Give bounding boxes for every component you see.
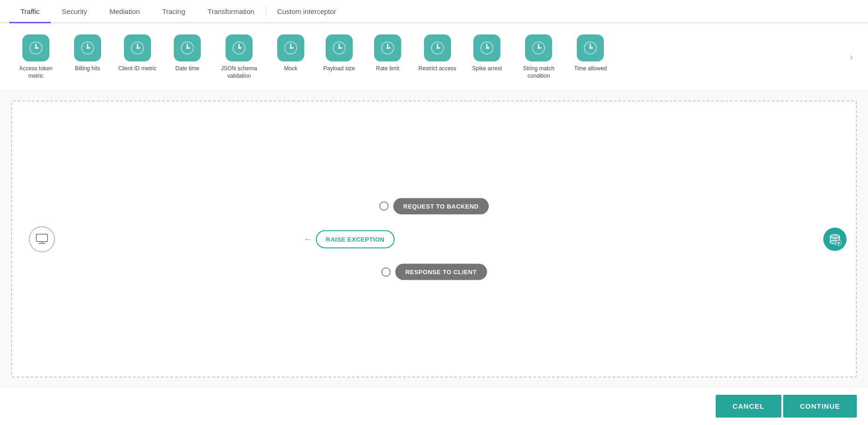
client-icon xyxy=(29,226,55,252)
policy-items: Access token metric Billing hits xyxy=(9,31,844,83)
policy-label-rate-limit: Rate limit xyxy=(376,65,399,73)
svg-point-13 xyxy=(338,47,340,49)
policy-date-time[interactable]: Date time xyxy=(164,31,211,83)
policy-icon-date-time xyxy=(174,34,201,61)
policy-payload-size[interactable]: Payload size xyxy=(316,31,362,83)
response-circle xyxy=(381,267,390,277)
backend-icon xyxy=(823,228,847,251)
svg-point-15 xyxy=(387,47,389,49)
bottom-bar: CANCEL CONTINUE xyxy=(0,387,868,425)
svg-point-23 xyxy=(589,47,591,49)
policy-label-billing-hits: Billing hits xyxy=(75,65,100,73)
policy-label-mock: Mock xyxy=(284,65,298,73)
svg-point-17 xyxy=(437,47,438,49)
raise-arrow-icon: ← xyxy=(304,234,312,244)
continue-button[interactable]: CONTINUE xyxy=(783,395,857,418)
response-label-box: RESPONSE TO CLIENT xyxy=(395,264,487,280)
policy-json-schema-validation[interactable]: JSON schema validation xyxy=(212,31,266,83)
tab-traffic[interactable]: Traffic xyxy=(9,0,51,23)
flow-label-response: RESPONSE TO CLIENT xyxy=(381,264,487,280)
policy-billing-hits[interactable]: Billing hits xyxy=(64,31,111,83)
flow-canvas: REQUEST TO BACKEND RESPONSE TO CLIENT ← … xyxy=(11,101,857,378)
tab-security[interactable]: Security xyxy=(51,0,98,23)
svg-point-7 xyxy=(186,47,188,49)
page-container: Traffic Security Mediation Tracing Trans… xyxy=(0,0,868,425)
tab-transformation[interactable]: Transformation xyxy=(197,0,266,23)
policy-label-payload-size: Payload size xyxy=(323,65,355,73)
policy-icon-spike-arrest xyxy=(473,34,500,61)
raise-exception: ← RAISE EXCEPTION xyxy=(304,230,395,248)
cancel-button[interactable]: CANCEL xyxy=(716,395,781,418)
policy-icon-rate-limit xyxy=(374,34,401,61)
policy-label-json-schema-validation: JSON schema validation xyxy=(218,65,260,80)
flow-label-request: REQUEST TO BACKEND xyxy=(379,198,489,214)
policy-icon-access-token-metric xyxy=(22,34,49,61)
policy-restrict-access[interactable]: Restrict access xyxy=(413,31,462,83)
strip-next-arrow[interactable]: › xyxy=(844,50,859,65)
policy-icon-billing-hits xyxy=(74,34,101,61)
policy-icon-client-id-metric xyxy=(124,34,151,61)
tabs-bar: Traffic Security Mediation Tracing Trans… xyxy=(0,0,868,23)
request-label-box: REQUEST TO BACKEND xyxy=(393,198,489,214)
policy-time-allowed[interactable]: Time allowed xyxy=(567,31,614,83)
policy-mock[interactable]: Mock xyxy=(267,31,314,83)
tab-mediation[interactable]: Mediation xyxy=(98,0,151,23)
svg-point-1 xyxy=(35,47,37,49)
policy-icon-mock xyxy=(277,34,304,61)
svg-point-21 xyxy=(538,47,540,49)
raise-exception-box: RAISE EXCEPTION xyxy=(316,230,395,248)
svg-point-5 xyxy=(137,47,138,49)
policy-icon-string-match-condition xyxy=(525,34,552,61)
policy-label-string-match-condition: String match condition xyxy=(518,65,560,80)
policy-label-time-allowed: Time allowed xyxy=(574,65,607,73)
policy-strip: Access token metric Billing hits xyxy=(0,23,868,91)
svg-rect-27 xyxy=(36,234,48,242)
request-circle xyxy=(379,202,389,211)
policy-label-date-time: Date time xyxy=(175,65,199,73)
svg-point-3 xyxy=(87,47,89,49)
policy-icon-json-schema-validation xyxy=(226,34,253,61)
svg-point-11 xyxy=(290,47,292,49)
policy-rate-limit[interactable]: Rate limit xyxy=(364,31,411,83)
flow-lines-svg xyxy=(12,101,152,171)
svg-point-9 xyxy=(238,47,240,49)
tab-tracing[interactable]: Tracing xyxy=(151,0,196,23)
svg-point-19 xyxy=(486,47,488,49)
policy-string-match-condition[interactable]: String match condition xyxy=(512,31,565,83)
policy-label-access-token-metric: Access token metric xyxy=(15,65,57,80)
policy-label-client-id-metric: Client ID metric xyxy=(118,65,157,73)
policy-icon-time-allowed xyxy=(577,34,604,61)
canvas-area: REQUEST TO BACKEND RESPONSE TO CLIENT ← … xyxy=(0,91,868,387)
policy-icon-restrict-access xyxy=(424,34,451,61)
policy-spike-arrest[interactable]: Spike arrest xyxy=(464,31,510,83)
tab-custom-interceptor[interactable]: Custom interceptor xyxy=(266,0,348,23)
policy-icon-payload-size xyxy=(326,34,353,61)
policy-label-restrict-access: Restrict access xyxy=(418,65,456,73)
policy-label-spike-arrest: Spike arrest xyxy=(472,65,502,73)
policy-client-id-metric[interactable]: Client ID metric xyxy=(113,31,162,83)
policy-access-token-metric[interactable]: Access token metric xyxy=(9,31,62,83)
